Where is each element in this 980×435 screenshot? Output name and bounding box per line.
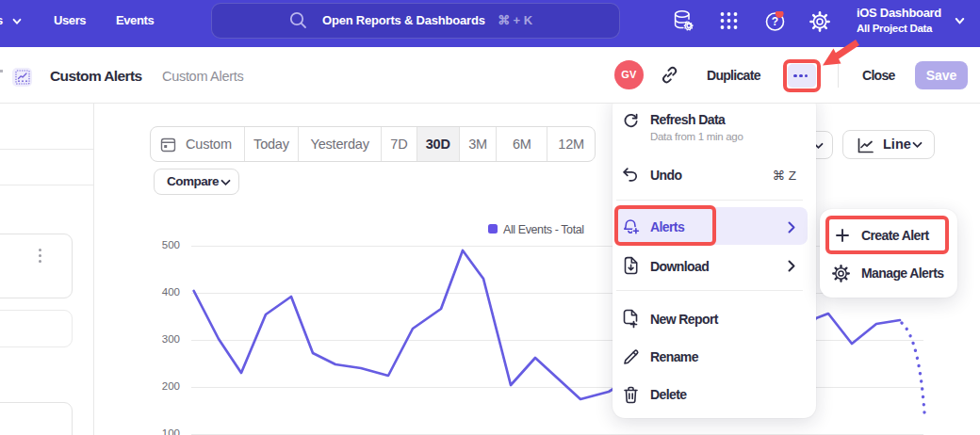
- svg-text:?: ?: [772, 15, 778, 28]
